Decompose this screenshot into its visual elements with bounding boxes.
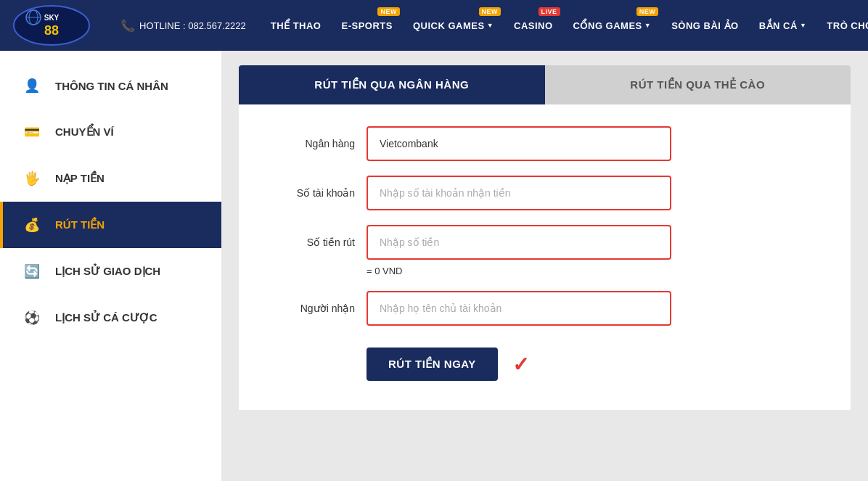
amount-input-wrap bbox=[367, 225, 671, 260]
sidebar-item-nap-tien[interactable]: 🖐️ NẠP TIỀN bbox=[0, 155, 221, 202]
caret-ban-ca: ▼ bbox=[800, 22, 806, 29]
recipient-input[interactable] bbox=[367, 291, 671, 326]
phone-icon: 📞 bbox=[120, 19, 135, 33]
main-nav: THỂ THAO NEW E-SPORTS NEW QUICK GAMES ▼ … bbox=[261, 0, 868, 51]
sidebar-item-rut-tien[interactable]: 💰 RÚT TIỀN bbox=[0, 202, 221, 248]
nav-item-casino[interactable]: LIVE CASINO bbox=[504, 0, 563, 51]
amount-row: Số tiền rút bbox=[268, 225, 822, 260]
account-row: Số tài khoản bbox=[268, 176, 822, 210]
submit-row: RÚT TIỀN NGAY ✓ bbox=[367, 348, 822, 381]
sidebar-label-nap-tien: NẠP TIỀN bbox=[55, 172, 105, 185]
account-input-wrap bbox=[367, 176, 671, 210]
sidebar-item-thong-tin[interactable]: 👤 THÔNG TIN CÁ NHÂN bbox=[0, 62, 221, 109]
header: SKY 88 📞 HOTLINE : 082.567.2222 THỂ THAO… bbox=[0, 0, 868, 51]
bank-row: Ngân hàng bbox=[268, 126, 822, 161]
history-icon: 🔄 bbox=[20, 260, 44, 283]
nav-item-song-bai-ao[interactable]: SÒNG BÀI ẢO bbox=[661, 0, 749, 51]
svg-text:SKY: SKY bbox=[44, 14, 60, 22]
hotline-area: 📞 HOTLINE : 082.567.2222 bbox=[120, 19, 246, 33]
bank-input-wrap bbox=[367, 126, 671, 161]
nav-item-esports[interactable]: NEW E-SPORTS bbox=[331, 0, 402, 51]
tab-bar: RÚT TIỀN QUA NGÂN HÀNG RÚT TIỀN QUA THẺ … bbox=[239, 65, 851, 104]
logo-area: SKY 88 bbox=[12, 4, 106, 46]
checkmark-icon: ✓ bbox=[512, 353, 529, 377]
nav-item-cong-games[interactable]: NEW CỔNG GAMES ▼ bbox=[563, 0, 662, 51]
sidebar-item-lich-su-cc[interactable]: ⚽ LỊCH SỬ CÁ CƯỢC bbox=[0, 295, 221, 341]
recipient-input-wrap bbox=[367, 291, 671, 326]
account-input[interactable] bbox=[367, 176, 671, 210]
main-layout: 👤 THÔNG TIN CÁ NHÂN 💳 CHUYỂN VÍ 🖐️ NẠP T… bbox=[0, 51, 868, 481]
account-label: Số tài khoản bbox=[268, 187, 355, 199]
badge-new-cong-games: NEW bbox=[636, 7, 659, 16]
recipient-row: Người nhận bbox=[268, 291, 822, 326]
nav-item-the-thao[interactable]: THỂ THAO bbox=[261, 0, 332, 51]
hotline-text: HOTLINE : 082.567.2222 bbox=[139, 20, 246, 31]
amount-label: Số tiền rút bbox=[268, 237, 355, 248]
nav-item-tro-choi-ao[interactable]: HOT TRÒ CHƠI ẢO bbox=[816, 0, 868, 51]
recipient-label: Người nhận bbox=[268, 303, 355, 314]
submit-button[interactable]: RÚT TIỀN NGAY bbox=[367, 348, 498, 381]
nav-item-quick-games[interactable]: NEW QUICK GAMES ▼ bbox=[403, 0, 504, 51]
deposit-icon: 🖐️ bbox=[20, 167, 44, 190]
withdraw-icon: 💰 bbox=[20, 213, 44, 237]
sidebar-item-chuyen-vi[interactable]: 💳 CHUYỂN VÍ bbox=[0, 109, 221, 155]
bet-icon: ⚽ bbox=[20, 306, 44, 329]
sidebar-label-lich-su-cc: LỊCH SỬ CÁ CƯỢC bbox=[55, 311, 157, 324]
bank-input[interactable] bbox=[367, 126, 671, 161]
zero-vnd-label: = 0 VND bbox=[367, 266, 822, 276]
wallet-icon: 💳 bbox=[20, 120, 44, 144]
badge-live-casino: LIVE bbox=[539, 7, 560, 16]
logo: SKY 88 bbox=[12, 4, 91, 46]
caret-quick-games: ▼ bbox=[487, 22, 494, 29]
content-area: RÚT TIỀN QUA NGÂN HÀNG RÚT TIỀN QUA THẺ … bbox=[221, 51, 868, 481]
sidebar-label-lich-su-gd: LỊCH SỬ GIAO DỊCH bbox=[55, 265, 160, 278]
badge-new-quick-games: NEW bbox=[479, 7, 501, 16]
sidebar-item-lich-su-gd[interactable]: 🔄 LỊCH SỬ GIAO DỊCH bbox=[0, 248, 221, 295]
sidebar-label-thong-tin: THÔNG TIN CÁ NHÂN bbox=[55, 80, 168, 92]
withdraw-form: Ngân hàng Số tài khoản Số tiền rút bbox=[239, 104, 851, 410]
sidebar: 👤 THÔNG TIN CÁ NHÂN 💳 CHUYỂN VÍ 🖐️ NẠP T… bbox=[0, 51, 221, 481]
tab-card[interactable]: RÚT TIỀN QUA THẺ CÀO bbox=[545, 65, 851, 104]
bank-label: Ngân hàng bbox=[268, 138, 355, 149]
badge-new-esports: NEW bbox=[377, 7, 400, 16]
sidebar-label-chuyen-vi: CHUYỂN VÍ bbox=[55, 126, 114, 139]
tab-bank[interactable]: RÚT TIỀN QUA NGÂN HÀNG bbox=[239, 65, 545, 104]
caret-cong-games: ▼ bbox=[644, 22, 651, 29]
amount-input[interactable] bbox=[367, 225, 671, 260]
sidebar-label-rut-tien: RÚT TIỀN bbox=[55, 218, 105, 231]
user-icon: 👤 bbox=[20, 74, 44, 97]
nav-item-ban-ca[interactable]: BẮN CÁ ▼ bbox=[749, 0, 817, 51]
svg-text:88: 88 bbox=[44, 23, 59, 38]
